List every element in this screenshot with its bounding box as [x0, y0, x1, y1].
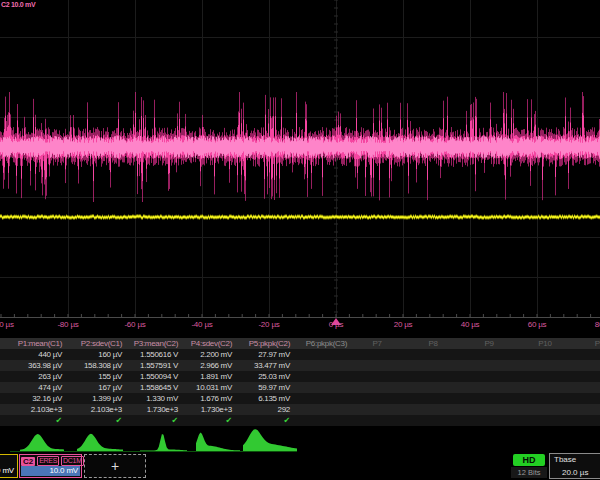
c2-scale-value: 10.0 mV [21, 466, 80, 476]
c1-scale-value: 10.0 mV [0, 466, 16, 476]
measure-column-header[interactable]: P11 [595, 338, 600, 349]
time-axis-label: 80 µs [595, 320, 600, 329]
add-trace-button[interactable]: + [84, 454, 146, 478]
channel-descriptor-c2[interactable]: C2ERESDC1M 10.0 mV [19, 454, 82, 478]
time-axis-label: -100 µs [0, 320, 14, 329]
c1-waveform-trace [1, 214, 600, 220]
measure-column-header[interactable]: P2:sdev(C1) [81, 338, 122, 349]
measure-status-check: ✔ [284, 415, 290, 426]
measure-value-cell: 1.558645 V [140, 382, 178, 393]
measure-status-check: ✔ [226, 415, 232, 426]
measure-value-cell: 27.97 mV [258, 349, 290, 360]
measure-value-cell: 1.550616 V [140, 349, 178, 360]
measure-column-header[interactable]: P1:mean(C1) [18, 338, 62, 349]
measure-value-cell: 10.031 mV [196, 382, 232, 393]
measure-row: 440 µV160 µV1.550616 V2.200 mV27.97 mV [0, 349, 600, 360]
measure-value-cell: 1.676 mV [200, 393, 232, 404]
measure-row: 2.103e+32.103e+31.730e+31.730e+3292 [0, 404, 600, 415]
measure-value-cell: 474 µV [38, 382, 62, 393]
oscilloscope-screen: C2 10.0 mV -100 µs-80 µs-60 µs-40 µs-20 … [0, 0, 600, 480]
measure-status-check: ✔ [172, 415, 178, 426]
measure-column-header[interactable]: P9 [484, 338, 493, 349]
histicon [196, 433, 240, 451]
measure-value-cell: 2.103e+3 [91, 404, 122, 415]
measure-column-header[interactable]: P4:sdev(C2) [191, 338, 232, 349]
time-axis-label: -40 µs [191, 320, 212, 329]
histicons [10, 429, 297, 452]
measure-column-header[interactable]: P6:pkpk(C3) [306, 338, 347, 349]
histicon [140, 434, 187, 451]
c2-waveform-trace [1, 92, 600, 202]
measure-value-cell: 1.550094 V [140, 371, 178, 382]
measure-value-cell: 155 µV [98, 371, 122, 382]
measure-value-cell: 1.730e+3 [201, 404, 232, 415]
measure-value-cell: 158.308 µV [84, 360, 122, 371]
time-axis-label: 40 µs [461, 320, 480, 329]
histicon [20, 434, 64, 451]
measure-value-cell: 33.477 mV [254, 360, 290, 371]
measure-row: 363.98 µV158.308 µV1.557591 V2.966 mV33.… [0, 360, 600, 371]
measure-value-cell: 440 µV [38, 349, 62, 360]
measure-value-cell: 1.891 mV [200, 371, 232, 382]
measure-column-header[interactable]: P3:mean(C2) [134, 338, 178, 349]
measure-value-cell: 363.98 µV [28, 360, 62, 371]
measure-value-cell: 25.03 mV [258, 371, 290, 382]
measure-value-cell: 1.557591 V [140, 360, 178, 371]
measure-row: 32.16 µV1.399 µV1.330 mV1.676 mV6.135 mV [0, 393, 600, 404]
measure-row: ✔✔✔✔✔ [0, 415, 600, 426]
measure-value-cell: 160 µV [98, 349, 122, 360]
measure-value-cell: 1.730e+3 [147, 404, 178, 415]
measure-value-cell: 263 µV [38, 371, 62, 382]
histicon [77, 434, 123, 451]
measure-value-cell: 1.330 mV [146, 393, 178, 404]
timebase-label: Tbase [554, 455, 576, 464]
measure-column-header[interactable]: P8 [428, 338, 437, 349]
measure-status-check: ✔ [116, 415, 122, 426]
measure-column-header[interactable]: P7 [372, 338, 381, 349]
measure-value-cell: 2.966 mV [200, 360, 232, 371]
time-ruler [0, 314, 600, 318]
channel-descriptor-c1[interactable]: C1DC1M 10.0 mV [0, 454, 18, 478]
measure-header-row: P1:mean(C1)P2:sdev(C1)P3:mean(C2)P4:sdev… [0, 338, 600, 349]
hd-badge[interactable]: HD [513, 454, 545, 466]
measure-value-cell: 292 [278, 404, 290, 415]
time-axis-label: -60 µs [124, 320, 145, 329]
measure-value-cell: 2.103e+3 [31, 404, 62, 415]
measure-value-cell: 32.16 µV [32, 393, 62, 404]
time-axis-label: -80 µs [57, 320, 78, 329]
measure-value-cell: 6.135 mV [258, 393, 290, 404]
time-axis: -100 µs-80 µs-60 µs-40 µs-20 µs0 µs20 µs… [0, 318, 600, 332]
measure-value-cell: 167 µV [98, 382, 122, 393]
time-axis-label: 60 µs [528, 320, 547, 329]
measure-value-cell: 2.200 mV [200, 349, 232, 360]
timebase-descriptor[interactable]: Tbase 20.0 µs [549, 453, 600, 479]
measure-row: 263 µV155 µV1.550094 V1.891 mV25.03 mV [0, 371, 600, 382]
measure-column-header[interactable]: P5:pkpk(C2) [249, 338, 290, 349]
channel-id-badge: C2 [21, 457, 35, 466]
measure-row: 474 µV167 µV1.558645 V10.031 mV59.97 mV [0, 382, 600, 393]
trace-label: C2 10.0 mV [1, 1, 35, 8]
measure-status-check: ✔ [56, 415, 62, 426]
hd-bits-label: 12 Bits [511, 467, 547, 478]
histicon [243, 429, 297, 451]
measure-column-header[interactable]: P10 [538, 338, 551, 349]
timebase-value: 20.0 µs [562, 468, 588, 477]
channel-coupling-badge: DC1M [61, 456, 84, 466]
time-axis-label: 0 µs [329, 320, 343, 329]
channel-coupling-badge: ERES [37, 456, 59, 466]
time-axis-label: 20 µs [394, 320, 413, 329]
measure-value-cell: 59.97 mV [258, 382, 290, 393]
measure-value-cell: 1.399 µV [92, 393, 122, 404]
time-axis-label: -20 µs [258, 320, 279, 329]
